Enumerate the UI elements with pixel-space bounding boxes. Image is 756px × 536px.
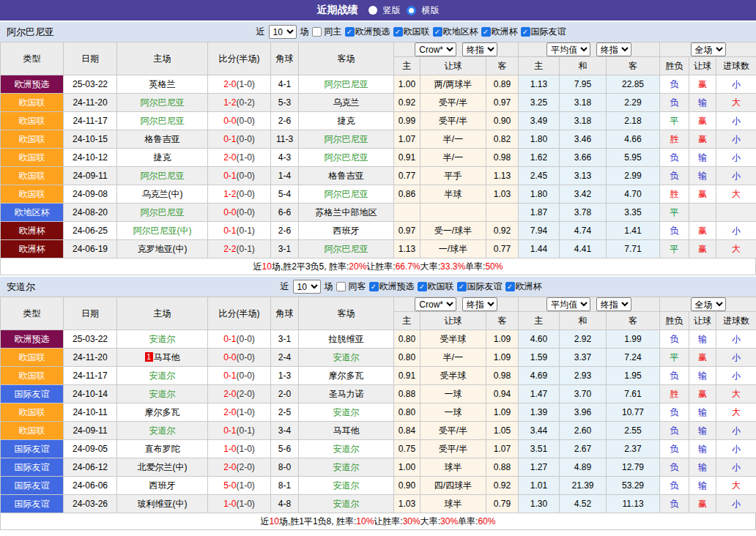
home-team: 克罗地亚(中) [117,240,208,258]
odds-away: 0.89 [486,75,519,94]
odds-handicap: 半/一 [420,349,486,367]
final-odds-select[interactable]: 终指 [462,42,497,56]
match-row: 国际友谊24-06-06西班牙5-0(1-0)8-1安道尔0.90四/四球半0.… [1,477,756,495]
match-row: 欧国联24-09-11阿尔巴尼亚0-1(0-0)1-4格鲁吉亚0.77平手1.1… [1,167,756,185]
same-venue-checkbox[interactable] [336,282,346,291]
goals-result-cell [716,204,756,222]
col-corner: 角球 [271,42,299,75]
vertical-layout-radio[interactable] [368,6,377,15]
league-label: 国际友谊 [467,280,503,293]
final-odds-select2[interactable]: 终指 [596,42,631,56]
result-cell: 平 [660,240,689,258]
avg-away: 4.66 [607,130,660,149]
league-checkbox[interactable]: ✓ [433,27,442,37]
summary-segment: 场,胜2平3负5, 胜率: [272,261,349,273]
match-score: 1-0(1-0) [208,440,271,458]
away-team: 马耳他 [299,422,394,440]
full-match-group: 全场 [660,42,756,57]
league-checkbox[interactable]: ✓ [369,282,379,291]
avg-home: 1.44 [519,240,560,258]
match-count-select[interactable]: 10 [269,25,297,39]
final-odds-select2[interactable]: 终指 [596,297,631,311]
handicap-result-cell: 赢 [689,240,716,258]
league-checkbox[interactable]: ✓ [345,27,355,37]
odds-handicap: 四/四球半 [420,477,486,495]
league-label: 欧洲预选 [355,26,390,38]
corner-score: 6-6 [271,204,299,222]
odds-handicap: 受平/半 [420,440,486,458]
avg-draw: 3.66 [560,149,607,167]
average-select[interactable]: 平均值 [546,297,590,311]
away-team: 西班牙 [299,222,394,240]
final-odds-select[interactable]: 终指 [462,297,497,311]
odds-home: 1.03 [394,495,420,513]
league-checkbox[interactable]: ✓ [418,282,427,291]
full-match-select[interactable]: 全场 [691,42,726,56]
summary-segment: 10% [356,516,374,526]
match-score: 2-0(2-0) [208,385,271,403]
odds-handicap: 半/一 [420,149,486,167]
corner-score: 2-5 [271,403,299,422]
league-checkbox[interactable]: ✓ [505,282,515,291]
league-checkbox[interactable]: ✓ [481,27,491,37]
match-date: 24-08-20 [64,204,117,222]
col-result: 胜负 [660,57,689,75]
summary-segment: 30% [440,516,458,526]
avg-away: 1.41 [607,222,660,240]
odds-home: 0.84 [394,422,420,440]
result-cell: 胜 [660,185,689,204]
summary-segment: 10 [270,516,279,526]
avg-draw: 3.78 [560,204,607,222]
odds-home: 0.77 [394,167,420,185]
same-venue-checkbox[interactable] [312,27,322,37]
odds-handicap: 受平/半 [420,94,486,112]
corner-score: 4-3 [271,149,299,167]
league-label: 欧地区杯 [443,26,478,38]
summary-segment: 30% [403,516,420,526]
average-select[interactable]: 平均值 [546,42,590,56]
match-row: 欧洲杯24-06-19克罗地亚(中)2-2(0-1)3-1阿尔巴尼亚1.13一/… [1,240,756,258]
odds-source-group: Crow* 终指 [394,297,519,312]
match-row: 欧国联24-11-20阿尔巴尼亚1-2(0-2)5-3乌克兰0.92受平/半0.… [1,94,756,112]
type-badge: 欧洲杯 [1,240,64,258]
horizontal-layout-radio[interactable] [407,6,416,15]
home-team: 阿尔巴尼亚 [117,112,208,130]
odds-home: 0.91 [394,367,420,385]
bookmaker-select[interactable]: Crow* [415,42,456,56]
match-row: 欧洲预选25-03-22安道尔0-1(0-0)3-1拉脱维亚0.80受半球1.0… [1,330,756,349]
goals-result-cell: 小 [716,349,756,367]
away-team: 安道尔 [299,403,394,422]
avg-away: 7.71 [607,240,660,258]
odds-handicap: 半/一 [420,130,486,149]
bookmaker-select[interactable]: Crow* [415,297,456,311]
match-filter: 近 10 场 同主 ✓欧洲预选✓欧国联✓欧地区杯✓欧洲杯✓国际友谊 [256,25,566,39]
full-match-select[interactable]: 全场 [691,297,726,311]
odds-home: 0.88 [394,385,420,403]
type-badge: 欧国联 [1,185,64,204]
away-team: 安道尔 [299,440,394,458]
match-date: 25-03-22 [64,75,117,94]
type-badge: 欧国联 [1,130,64,149]
match-row: 国际友谊24-03-26玻利维亚(中)1-0(1-0)4-8安道尔1.03球半0… [1,495,756,513]
odds-away: 0.79 [486,495,519,513]
league-checkbox[interactable]: ✓ [457,282,467,291]
league-checkbox[interactable]: ✓ [393,27,403,37]
match-count-select[interactable]: 10 [293,280,321,294]
type-badge: 欧国联 [1,149,64,167]
col-date: 日期 [64,42,117,75]
col-handicap-result: 让球 [689,312,716,330]
result-cell: 负 [660,422,689,440]
recent-results-table-albania: 类型 日期 主场 比分(半场) 角球 客场 Crow* 终指 平均值 终指 全场… [0,42,756,258]
match-score: 2-0(1-0) [208,403,271,422]
goals-result-cell: 小 [716,75,756,94]
match-row: 欧洲杯24-06-25阿尔巴尼亚(中)0-1(0-1)2-6西班牙0.97受一/… [1,222,756,240]
away-team: 苏格兰中部地区 [299,204,394,222]
average-odds-group: 平均值 终指 [519,297,660,312]
home-team: 格鲁吉亚 [117,130,208,149]
league-checkbox[interactable]: ✓ [521,27,530,37]
col-handicap-result: 让球 [689,57,716,75]
odds-away: 1.09 [486,349,519,367]
goals-result-cell: 小 [716,130,756,149]
match-date: 24-11-17 [64,112,117,130]
away-team: 格鲁吉亚 [299,167,394,185]
